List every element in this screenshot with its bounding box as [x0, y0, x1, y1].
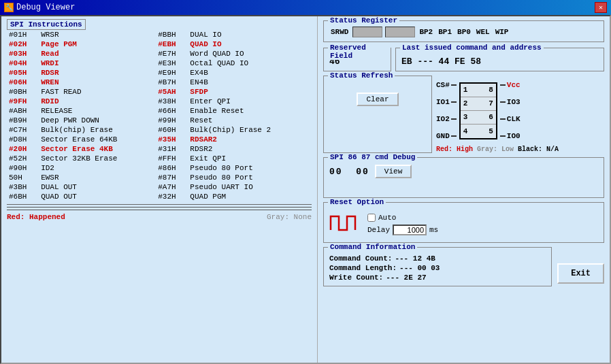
spi-hex2[interactable]: #FFH — [156, 154, 188, 163]
spi-hex2[interactable]: #60H — [156, 125, 188, 135]
spi-name2[interactable]: SFDP — [188, 87, 312, 97]
spi-hex1[interactable]: #03H — [7, 49, 39, 59]
spi-hex1[interactable]: #52H — [7, 154, 39, 163]
spi-hex2[interactable]: #BBH — [156, 30, 188, 39]
spi-name1[interactable]: WRSR — [39, 30, 156, 39]
spi-name1[interactable]: QUAD OUT — [39, 192, 156, 201]
spi-name1[interactable]: FAST READ — [39, 87, 156, 97]
spi-name2[interactable]: EX4B — [188, 68, 312, 78]
spi-name1[interactable]: WRDI — [39, 59, 156, 68]
table-row: #0BHFAST READ#5AHSFDP — [7, 87, 312, 97]
clear-button[interactable]: Clear — [357, 93, 398, 106]
spi-hex1[interactable]: #3BH — [7, 182, 39, 192]
spi-hex1[interactable]: #90H — [7, 163, 39, 173]
spi-hex1[interactable]: #D8H — [7, 135, 39, 144]
spi-hex1[interactable]: 50H — [7, 173, 39, 182]
spi-hex1[interactable]: #04H — [7, 59, 39, 68]
spi-name2[interactable]: Octal QUAD IO — [188, 59, 312, 68]
spi-name2[interactable]: Pseudo 80 Port — [188, 173, 312, 182]
spi-name2[interactable]: QUAD PGM — [188, 192, 312, 201]
spi-hex2[interactable]: #E3H — [156, 59, 188, 68]
spi-name2[interactable]: DUAL IO — [188, 30, 312, 39]
spi-name2[interactable]: Exit QPI — [188, 154, 312, 163]
spi-hex2[interactable]: #E7H — [156, 49, 188, 59]
spi-name1[interactable]: EWSR — [39, 173, 156, 182]
spi-hex2[interactable]: #38H — [156, 97, 188, 106]
spi-hex2[interactable]: #32H — [156, 192, 188, 201]
spi-name1[interactable]: Page PGM — [39, 39, 156, 49]
spi-name2[interactable]: RDSAR2 — [188, 135, 312, 144]
footer-gray: Gray: None — [267, 213, 312, 221]
spi-hex2[interactable]: #86H — [156, 163, 188, 173]
spi-hex1[interactable]: #C7H — [7, 125, 39, 135]
spi-hex2[interactable]: #87H — [156, 173, 188, 182]
spi-hex1[interactable]: #02H — [7, 39, 39, 49]
spi-name1[interactable]: Sector Erase 4KB — [39, 144, 156, 154]
view-button[interactable]: View — [375, 165, 412, 178]
spi-name2[interactable]: Reset — [188, 116, 312, 125]
table-row: #ABHRELEASE#66HEnable Reset — [7, 106, 312, 116]
command-info-title: Command Information — [328, 243, 417, 251]
spi-debug-group: SPI 86 87 cmd Debug 00 00 View — [323, 157, 604, 198]
right-panel: Status Register SRWDBP2BP1BP0WELWIP Rese… — [318, 16, 610, 363]
status-footer: Red: Happened Gray: None — [7, 213, 312, 221]
left-panel: SPI Instructions #01HWRSR#BBHDUAL IO#02H… — [1, 16, 318, 363]
refresh-pin-row: Status Refresh Clear CS# IO1 — [323, 76, 604, 153]
spi-name2[interactable]: Pseudo 80 Port — [188, 163, 312, 173]
spi-hex1[interactable]: #9FH — [7, 97, 39, 106]
spi-name1[interactable]: Sector 32KB Erase — [39, 154, 156, 163]
spi-name1[interactable]: RDSR — [39, 68, 156, 78]
sr-field-label: WIP — [495, 28, 509, 36]
spi-name1[interactable]: ID2 — [39, 163, 156, 173]
spi-hex2[interactable]: #EBH — [156, 39, 188, 49]
spi-name2[interactable]: Bulk(Chip) Erase 2 — [188, 125, 312, 135]
spi-hex1[interactable]: #0BH — [7, 87, 39, 97]
spi-name1[interactable]: WREN — [39, 78, 156, 87]
spi-name1[interactable]: RELEASE — [39, 106, 156, 116]
io0-label: IO0 — [507, 132, 521, 140]
spi-name2[interactable]: RDSR2 — [188, 144, 312, 154]
spi-name1[interactable]: Sector Erase 64KB — [39, 135, 156, 144]
spi-name2[interactable]: Pseudo UART IO — [188, 182, 312, 192]
spi-hex2[interactable]: #E9H — [156, 68, 188, 78]
spi-hex2[interactable]: #35H — [156, 135, 188, 144]
spi-debug-content: 00 00 View — [329, 165, 598, 178]
spi-hex2[interactable]: #99H — [156, 116, 188, 125]
spi-name2[interactable]: Word QUAD IO — [188, 49, 312, 59]
status-refresh-title: Status Refresh — [328, 71, 395, 80]
auto-checkbox[interactable] — [367, 214, 376, 222]
spi-hex2[interactable]: #31H — [156, 144, 188, 154]
spi-name2[interactable]: EN4B — [188, 78, 312, 87]
pin-7: 7 — [489, 99, 493, 107]
spi-name1[interactable]: Read — [39, 49, 156, 59]
spi-hex1[interactable]: #20H — [7, 144, 39, 154]
spi-hex1[interactable]: #05H — [7, 68, 39, 78]
spi-name1[interactable]: Deep PWR DOWN — [39, 116, 156, 125]
delay-input[interactable] — [393, 225, 427, 235]
spi-name1[interactable]: DUAL OUT — [39, 182, 156, 192]
spi-name2[interactable]: Enable Reset — [188, 106, 312, 116]
spi-hex2[interactable]: #A7H — [156, 182, 188, 192]
exit-button[interactable]: Exit — [557, 263, 604, 284]
spi-hex1[interactable]: #B9H — [7, 116, 39, 125]
last-issued-title: Last issued command and address — [400, 44, 544, 52]
spi-hex1[interactable]: #6BH — [7, 192, 39, 201]
spi-hex1[interactable]: #01H — [7, 30, 39, 39]
spi-name1[interactable]: Bulk(chip) Erase — [39, 125, 156, 135]
spi-name1[interactable]: RDID — [39, 97, 156, 106]
spi-hex2[interactable]: #B7H — [156, 78, 188, 87]
main-window: SPI Instructions #01HWRSR#BBHDUAL IO#02H… — [0, 15, 611, 364]
spi-hex2[interactable]: #66H — [156, 106, 188, 116]
table-row: #05HRDSR#E9HEX4B — [7, 68, 312, 78]
gnd-label: GND — [436, 132, 450, 140]
spi-name2[interactable]: Enter QPI — [188, 97, 312, 106]
close-button[interactable]: ✕ — [595, 2, 607, 13]
spi-hex2[interactable]: #5AH — [156, 87, 188, 97]
spi-hex1[interactable]: #06H — [7, 78, 39, 87]
table-row: #03HRead#E7HWord QUAD IO — [7, 49, 312, 59]
spi-name2[interactable]: QUAD IO — [188, 39, 312, 49]
spi-hex1[interactable]: #ABH — [7, 106, 39, 116]
spi-value1: 00 00 — [329, 167, 369, 177]
window-title: Debug Viewer — [16, 3, 75, 12]
spi-debug-title: SPI 86 87 cmd Debug — [328, 153, 417, 161]
